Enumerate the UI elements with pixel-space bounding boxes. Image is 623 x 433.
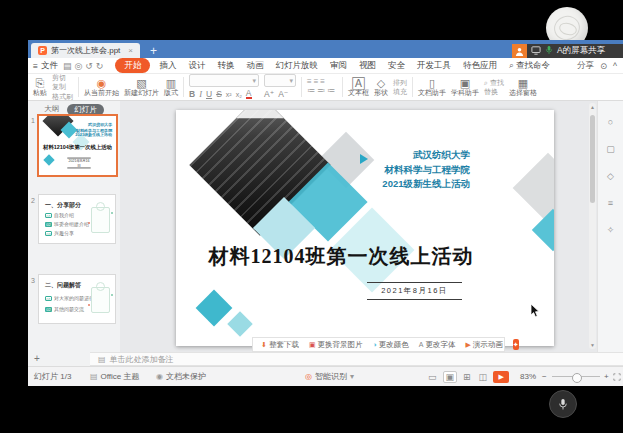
menu-tab-view[interactable]: 视图 xyxy=(353,60,382,72)
change-font-button[interactable]: A更改字体 xyxy=(419,340,456,350)
canvas-scrollbar[interactable]: ▲ ▼ xyxy=(589,103,596,349)
search-command[interactable]: ⌕ 查找命令 xyxy=(503,60,556,72)
file-menu[interactable]: ≡ 文件 xyxy=(33,60,58,72)
zoom-slider-knob[interactable] xyxy=(572,373,582,383)
scroll-down-icon[interactable]: ▼ xyxy=(589,342,596,348)
reading-view-icon[interactable]: ◫ xyxy=(477,372,490,382)
settings-icon[interactable]: ⊙ xyxy=(600,61,607,71)
scroll-up-icon[interactable]: ▲ xyxy=(589,104,596,110)
font-color-button[interactable]: A xyxy=(246,90,252,100)
slide-thumbnail-panel: 大纲 幻灯片 1 武汉纺织大学材料科学与工程学院2021级新生线上活动 材料12… xyxy=(28,101,121,352)
menu-tab-design[interactable]: 设计 xyxy=(182,60,211,72)
shapes-button[interactable]: ◇ 形状 xyxy=(374,77,388,98)
change-color-button[interactable]: ◑更改颜色 xyxy=(373,340,409,350)
menu-tab-transition[interactable]: 转换 xyxy=(211,60,240,72)
layout-icon: ▥ xyxy=(166,77,176,90)
mic-button[interactable] xyxy=(549,390,577,418)
slide-thumbnail-2[interactable]: 一、分享部分 01自我介绍 02班委会组建介绍 03兴趣分享 xyxy=(38,194,116,244)
text-box-button[interactable]: 🄰 文本框 xyxy=(348,77,369,98)
notes-icon: ▤ xyxy=(98,355,106,364)
bold-button[interactable]: B xyxy=(189,89,195,100)
mini-slide-title: 材料12104班第一次线上活动 xyxy=(43,143,112,151)
scrollbar-thumb[interactable] xyxy=(590,115,595,203)
menu-tab-animation[interactable]: 动画 xyxy=(240,60,269,72)
protection-indicator[interactable]: ◉文档未保护 xyxy=(156,367,206,386)
download-set-button[interactable]: ⬇整套下载 xyxy=(261,340,299,350)
rail-notes-icon[interactable]: ≡ xyxy=(608,198,613,208)
zoom-in-button[interactable]: + xyxy=(604,367,609,386)
subscript-button[interactable]: x₂ xyxy=(236,90,242,99)
rail-design-icon[interactable]: ◇ xyxy=(607,171,614,181)
slide-thumbnail-3[interactable]: 二、问题解答 01对大家的问题进行解答 02其他问题交流 xyxy=(38,274,116,324)
rail-resources-icon[interactable]: ✧ xyxy=(607,225,615,235)
assistant-chip-icon[interactable]: ✦ xyxy=(513,339,519,350)
document-tab[interactable]: P 第一次线上班会.ppt × xyxy=(31,43,140,58)
format-painter-button[interactable]: 格式刷 xyxy=(52,92,73,101)
color-wheel-icon: ◑ xyxy=(373,341,377,348)
document-tab-title: 第一次线上班会.ppt xyxy=(51,45,120,56)
underline-button[interactable]: U xyxy=(206,89,212,100)
doc-assistant-icon: ▯ xyxy=(429,77,435,90)
paste-button[interactable]: ⎘ 粘贴 xyxy=(33,77,47,98)
demo-animation-button[interactable]: ▶演示动画 xyxy=(465,340,502,350)
new-slide-button[interactable]: ▧ 新建幻灯片 xyxy=(124,77,159,98)
smart-recognize-button[interactable]: ◎智能识别▾ xyxy=(305,367,354,386)
zoom-percent[interactable]: 83% xyxy=(520,367,536,386)
replace-button[interactable]: 替换 xyxy=(484,87,504,96)
menu-tab-security[interactable]: 安全 xyxy=(382,60,411,72)
increase-font-button[interactable]: A⁺ xyxy=(264,89,274,100)
superscript-button[interactable]: x² xyxy=(226,90,232,99)
share-button[interactable]: 分享 xyxy=(577,60,594,72)
screen-share-banner: A的屏幕共享 xyxy=(512,44,623,58)
menu-tab-slideshow[interactable]: 幻灯片放映 xyxy=(269,60,324,72)
new-tab-button[interactable]: + xyxy=(150,45,157,57)
search-icon: ⌕ xyxy=(509,60,514,70)
quick-access-toolbar[interactable]: ▤◎↺↻ xyxy=(63,61,106,71)
subject-assistant-button[interactable]: ▣ 学科助手 xyxy=(451,77,479,98)
current-slide[interactable]: 武汉纺织大学 材料科学与工程学院 2021级新生线上活动 材料12104班第一次… xyxy=(176,110,554,346)
collapse-ribbon-icon[interactable]: ^ xyxy=(613,61,617,71)
fit-screen-icon[interactable] xyxy=(613,367,621,386)
bullet-tag: 01 xyxy=(45,296,52,301)
rail-properties-icon[interactable]: ○ xyxy=(608,117,613,127)
fill-button[interactable]: 填充 xyxy=(393,87,407,96)
strikethrough-button[interactable]: S xyxy=(216,89,222,100)
rail-animation-icon[interactable]: ▢ xyxy=(606,144,615,154)
menu-tab-insert[interactable]: 插入 xyxy=(153,60,182,72)
slideshow-play-button[interactable]: ▶ xyxy=(493,371,509,383)
menu-tab-review[interactable]: 审阅 xyxy=(324,60,353,72)
presenter-icon xyxy=(512,44,527,58)
menu-tab-home[interactable]: 开始 xyxy=(115,58,150,73)
slide-thumbnail-1[interactable]: 武汉纺织大学材料科学与工程学院2021级新生线上活动 材料12104班第一次线上… xyxy=(37,114,118,177)
add-slide-button[interactable]: + xyxy=(28,352,90,366)
selection-pane-button[interactable]: ▦ 选择窗格 xyxy=(509,77,537,98)
zoom-slider[interactable] xyxy=(552,376,600,377)
play-from-current-button[interactable]: ◉ 从当前开始 xyxy=(84,77,119,98)
sorter-view-icon[interactable]: ⊞ xyxy=(461,372,473,382)
doc-assistant-button[interactable]: ▯ 文档助手 xyxy=(418,77,446,98)
paragraph-align-group[interactable]: ≡≡≡≔≕≔ xyxy=(307,78,337,96)
italic-button[interactable]: I xyxy=(199,89,202,100)
layout-button[interactable]: ▥ 版式 xyxy=(164,77,178,98)
tab-close-icon[interactable]: × xyxy=(128,46,133,55)
normal-view-icon[interactable]: ▣ xyxy=(443,371,458,383)
arrange-button[interactable]: 排列 xyxy=(393,78,407,87)
copy-button[interactable]: 复制 xyxy=(52,82,73,91)
font-size-select[interactable]: ▾ xyxy=(264,74,296,87)
find-button[interactable]: ⌕ 查找 xyxy=(484,78,504,87)
slide-indicator: 幻灯片 1/3 xyxy=(34,367,71,386)
ppt-file-icon: P xyxy=(38,46,47,55)
notes-bar[interactable]: ▤ 单击此处添加备注 xyxy=(90,352,623,366)
cut-button[interactable]: 剪切 xyxy=(52,73,73,82)
zoom-out-button[interactable]: − xyxy=(542,367,547,386)
font-family-select[interactable]: ▾ xyxy=(189,74,259,87)
comments-view-icon[interactable]: ▭ xyxy=(426,372,439,382)
change-background-button[interactable]: ▣更换背景图片 xyxy=(309,340,363,350)
menu-tab-devtools[interactable]: 开发工具 xyxy=(411,60,457,72)
decrease-font-button[interactable]: A⁻ xyxy=(278,89,288,100)
ribbon-toolbar: ⎘ 粘贴 剪切 复制 格式刷 ◉ 从当前开始 ▧ 新建幻灯片 ▥ 版式 xyxy=(28,74,623,101)
download-icon: ⬇ xyxy=(261,341,267,349)
theme-indicator[interactable]: ▤Office 主题 xyxy=(90,367,140,386)
menu-tab-special[interactable]: 特色应用 xyxy=(457,60,503,72)
hamburger-icon: ≡ xyxy=(33,61,38,71)
